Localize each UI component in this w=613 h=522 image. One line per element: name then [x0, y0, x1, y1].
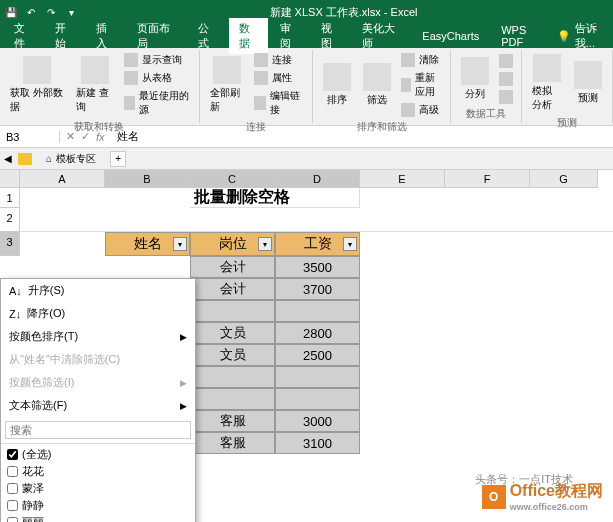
filter-value-item[interactable]: 花花 [7, 463, 189, 480]
header-salary[interactable]: 工资 ▾ [275, 232, 360, 256]
cancel-icon[interactable]: ✕ [66, 130, 75, 143]
cell-d11[interactable]: 3000 [275, 410, 360, 432]
tab-home[interactable]: 开始 [45, 18, 84, 54]
col-header-c[interactable]: C [190, 170, 275, 188]
filter-checkbox[interactable] [7, 449, 18, 460]
recent-sources-button[interactable]: 最近使用的源 [122, 88, 193, 118]
undo-icon[interactable]: ↶ [24, 5, 38, 19]
menu-label: 文本筛选(F) [9, 398, 67, 413]
bulb-icon: 💡 [557, 30, 571, 43]
filter-checkbox[interactable] [7, 517, 18, 522]
filter-value-item[interactable]: (全选) [7, 446, 189, 463]
name-box[interactable]: B3 [0, 131, 60, 143]
row-header-1[interactable]: 1 [0, 188, 20, 208]
tab-data[interactable]: 数据 [229, 18, 268, 54]
refresh-all-button[interactable]: 全部刷新 [206, 52, 249, 118]
cell-c11[interactable]: 客服 [190, 410, 275, 432]
cell-c12[interactable]: 客服 [190, 432, 275, 454]
cell-d4[interactable]: 3500 [275, 256, 360, 278]
clear-filter-button[interactable]: 清除 [399, 52, 444, 68]
filter-search-input[interactable] [5, 421, 191, 439]
col-header-b[interactable]: B [105, 170, 190, 188]
template-zone-tab[interactable]: ⌂ 模板专区 [38, 150, 104, 168]
clear-filter-item: 从"姓名"中清除筛选(C) [1, 348, 195, 371]
row-header-3[interactable]: 3 [0, 232, 20, 256]
from-table-button[interactable]: 从表格 [122, 70, 193, 86]
cell-c10[interactable] [190, 388, 275, 410]
fx-icon[interactable]: fx [96, 131, 105, 143]
folder-icon[interactable] [18, 153, 32, 165]
tell-me-search[interactable]: 💡 告诉我... [557, 21, 609, 51]
get-external-data-button[interactable]: 获取 外部数据 [6, 52, 68, 118]
advanced-filter-button[interactable]: 高级 [399, 102, 444, 118]
filter-value-item[interactable]: 静静 [7, 497, 189, 514]
text-to-columns-button[interactable]: 分列 [457, 52, 493, 105]
sort-button[interactable]: 排序 [319, 52, 355, 118]
cell-c5[interactable]: 会计 [190, 278, 275, 300]
filter-value-item[interactable]: 丽丽 [7, 514, 189, 522]
show-queries-button[interactable]: 显示查询 [122, 52, 193, 68]
select-all-corner[interactable] [0, 170, 20, 188]
new-query-button[interactable]: 新建 查询 [72, 52, 117, 118]
confirm-icon[interactable]: ✓ [81, 130, 90, 143]
cell-d9[interactable] [275, 366, 360, 388]
redo-icon[interactable]: ↷ [44, 5, 58, 19]
filter-checkbox[interactable] [7, 466, 18, 477]
cell-c4[interactable]: 会计 [190, 256, 275, 278]
cell-c6[interactable] [190, 300, 275, 322]
tab-pagelayout[interactable]: 页面布局 [127, 18, 185, 54]
properties-button[interactable]: 属性 [252, 70, 306, 86]
filter-checkbox[interactable] [7, 500, 18, 511]
filter-value-item[interactable]: 蒙泽 [7, 480, 189, 497]
text-filter-item[interactable]: 文本筛选(F)▶ [1, 394, 195, 417]
tool1[interactable] [497, 53, 515, 69]
tab-beautify[interactable]: 美化大师 [352, 18, 410, 54]
cell-d7[interactable]: 2800 [275, 322, 360, 344]
tool3[interactable] [497, 89, 515, 105]
tab-insert[interactable]: 插入 [86, 18, 125, 54]
row-header-2[interactable]: 2 [0, 208, 20, 232]
cell-d6[interactable] [275, 300, 360, 322]
whatif-button[interactable]: 模拟分析 [528, 52, 566, 114]
tab-formulas[interactable]: 公式 [188, 18, 227, 54]
sort-ascending-item[interactable]: A↓升序(S) [1, 279, 195, 302]
col-header-f[interactable]: F [445, 170, 530, 188]
col-header-g[interactable]: G [530, 170, 598, 188]
col-header-a[interactable]: A [20, 170, 105, 188]
tab-review[interactable]: 审阅 [270, 18, 309, 54]
cell-d8[interactable]: 2500 [275, 344, 360, 366]
row-2[interactable] [20, 208, 613, 232]
tool2[interactable] [497, 71, 515, 87]
sort-by-color-item[interactable]: 按颜色排序(T)▶ [1, 325, 195, 348]
filter-checkbox[interactable] [7, 483, 18, 494]
tab-wpspdf[interactable]: WPS PDF [491, 21, 555, 51]
nav-left-icon[interactable]: ◀ [4, 153, 12, 164]
tab-easycharts[interactable]: EasyCharts [412, 27, 489, 45]
edit-links-button[interactable]: 编辑链接 [252, 88, 306, 118]
add-sheet-button[interactable]: + [110, 151, 126, 167]
save-icon[interactable]: 💾 [4, 5, 18, 19]
cell-d12[interactable]: 3100 [275, 432, 360, 454]
cell-c7[interactable]: 文员 [190, 322, 275, 344]
formula-bar[interactable]: 姓名 [111, 129, 613, 144]
col-header-e[interactable]: E [360, 170, 445, 188]
cell-d10[interactable] [275, 388, 360, 410]
cell-c9[interactable] [190, 366, 275, 388]
header-position[interactable]: 岗位 ▾ [190, 232, 275, 256]
col-header-d[interactable]: D [275, 170, 360, 188]
reapply-button[interactable]: 重新应用 [399, 70, 444, 100]
header-name[interactable]: 姓名 ▾ [105, 232, 190, 256]
sort-descending-item[interactable]: Z↓降序(O) [1, 302, 195, 325]
title-cell[interactable]: 批量删除空格 [190, 188, 360, 208]
tab-file[interactable]: 文件 [4, 18, 43, 54]
filter-button[interactable]: 筛选 [359, 52, 395, 118]
connections-button[interactable]: 连接 [252, 52, 306, 68]
filter-dropdown-icon[interactable]: ▾ [343, 237, 357, 251]
filter-dropdown-icon[interactable]: ▾ [258, 237, 272, 251]
filter-dropdown-icon[interactable]: ▾ [173, 237, 187, 251]
forecast-button[interactable]: 预测 [570, 52, 606, 114]
cell-c8[interactable]: 文员 [190, 344, 275, 366]
qat-dropdown-icon[interactable]: ▾ [64, 5, 78, 19]
cell-d5[interactable]: 3700 [275, 278, 360, 300]
tab-view[interactable]: 视图 [311, 18, 350, 54]
